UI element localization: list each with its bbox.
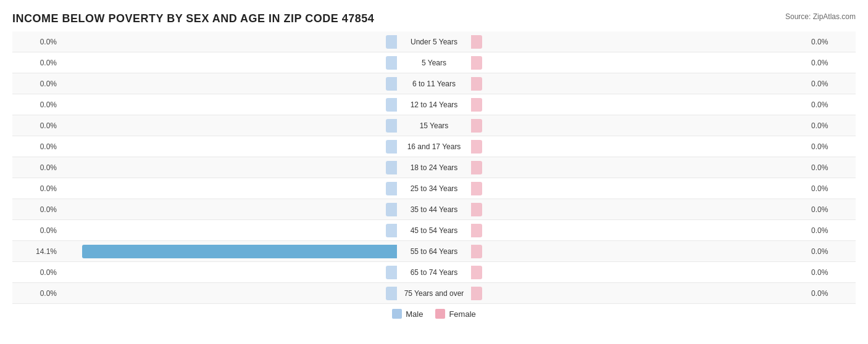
right-value-label: 0.0% bbox=[806, 247, 856, 256]
male-side bbox=[62, 283, 397, 303]
legend-male-label: Male bbox=[406, 309, 423, 319]
age-group-label: 65 to 74 Years bbox=[397, 268, 471, 277]
age-group-label: 25 to 34 Years bbox=[397, 184, 471, 193]
chart-area: 0.0%Under 5 Years0.0%0.0%5 Years0.0%0.0%… bbox=[12, 31, 856, 295]
right-value-label: 0.0% bbox=[806, 289, 856, 298]
female-side bbox=[471, 94, 806, 115]
female-side bbox=[471, 157, 806, 178]
age-group-label: 12 to 14 Years bbox=[397, 100, 471, 109]
right-value-label: 0.0% bbox=[806, 80, 856, 88]
left-value-label: 0.0% bbox=[12, 100, 62, 109]
age-group-label: 75 Years and over bbox=[397, 289, 471, 298]
age-group-label: 15 Years bbox=[397, 121, 471, 130]
right-value-label: 0.0% bbox=[806, 163, 856, 172]
male-side bbox=[62, 199, 397, 219]
female-side bbox=[471, 52, 806, 73]
legend-female-label: Female bbox=[449, 309, 475, 319]
age-group-label: 18 to 24 Years bbox=[397, 163, 471, 172]
bar-row: 0.0%25 to 34 Years0.0% bbox=[12, 178, 856, 199]
bar-row: 0.0%5 Years0.0% bbox=[12, 52, 856, 73]
bar-row: 0.0%45 to 54 Years0.0% bbox=[12, 220, 856, 241]
right-value-label: 0.0% bbox=[806, 226, 856, 235]
male-side bbox=[62, 73, 397, 94]
female-side bbox=[471, 31, 806, 52]
left-value-label: 0.0% bbox=[12, 38, 62, 46]
legend-row: Male Female bbox=[12, 309, 856, 319]
right-value-label: 0.0% bbox=[806, 142, 856, 151]
male-side bbox=[62, 178, 397, 199]
male-side bbox=[62, 157, 397, 178]
left-value-label: 14.1% bbox=[12, 247, 62, 256]
left-value-label: 0.0% bbox=[12, 121, 62, 130]
female-side bbox=[471, 73, 806, 94]
legend-male-box bbox=[392, 309, 402, 319]
bar-row: 0.0%12 to 14 Years0.0% bbox=[12, 94, 856, 115]
bar-row: 14.1%55 to 64 Years0.0% bbox=[12, 241, 856, 262]
female-side bbox=[471, 115, 806, 136]
right-value-label: 0.0% bbox=[806, 205, 856, 214]
age-group-label: Under 5 Years bbox=[397, 38, 471, 46]
male-side bbox=[62, 115, 397, 136]
bar-row: 0.0%18 to 24 Years0.0% bbox=[12, 157, 856, 178]
age-group-label: 6 to 11 Years bbox=[397, 80, 471, 88]
age-group-label: 5 Years bbox=[397, 59, 471, 67]
right-value-label: 0.0% bbox=[806, 38, 856, 46]
left-value-label: 0.0% bbox=[12, 184, 62, 193]
bar-row: 0.0%16 and 17 Years0.0% bbox=[12, 136, 856, 157]
male-side bbox=[62, 241, 397, 261]
male-side bbox=[62, 220, 397, 240]
female-side bbox=[471, 241, 806, 261]
source-text: Source: ZipAtlas.com bbox=[785, 12, 856, 21]
female-side bbox=[471, 178, 806, 199]
title-row: INCOME BELOW POVERTY BY SEX AND AGE IN Z… bbox=[12, 12, 856, 25]
left-value-label: 0.0% bbox=[12, 80, 62, 88]
male-bar bbox=[82, 245, 397, 258]
age-group-label: 16 and 17 Years bbox=[397, 142, 471, 151]
left-value-label: 0.0% bbox=[12, 226, 62, 235]
right-value-label: 0.0% bbox=[806, 268, 856, 277]
left-value-label: 0.0% bbox=[12, 163, 62, 172]
right-value-label: 0.0% bbox=[806, 121, 856, 130]
right-value-label: 0.0% bbox=[806, 59, 856, 67]
female-side bbox=[471, 199, 806, 219]
chart-title: INCOME BELOW POVERTY BY SEX AND AGE IN Z… bbox=[12, 12, 374, 25]
male-side bbox=[62, 262, 397, 282]
male-side bbox=[62, 136, 397, 157]
left-value-label: 0.0% bbox=[12, 142, 62, 151]
male-side bbox=[62, 52, 397, 73]
male-side bbox=[62, 94, 397, 115]
legend-male: Male bbox=[392, 309, 423, 319]
bar-row: 0.0%65 to 74 Years0.0% bbox=[12, 262, 856, 283]
bar-row: 0.0%15 Years0.0% bbox=[12, 115, 856, 136]
left-value-label: 0.0% bbox=[12, 268, 62, 277]
female-side bbox=[471, 262, 806, 282]
right-value-label: 0.0% bbox=[806, 184, 856, 193]
female-side bbox=[471, 220, 806, 240]
chart-container: INCOME BELOW POVERTY BY SEX AND AGE IN Z… bbox=[0, 0, 868, 344]
bar-row: 0.0%75 Years and over0.0% bbox=[12, 283, 856, 304]
left-value-label: 0.0% bbox=[12, 205, 62, 214]
female-side bbox=[471, 136, 806, 157]
left-value-label: 0.0% bbox=[12, 59, 62, 67]
right-value-label: 0.0% bbox=[806, 100, 856, 109]
age-group-label: 45 to 54 Years bbox=[397, 226, 471, 235]
bar-row: 0.0%Under 5 Years0.0% bbox=[12, 31, 856, 52]
male-side bbox=[62, 31, 397, 52]
left-value-label: 0.0% bbox=[12, 289, 62, 298]
legend-female: Female bbox=[435, 309, 475, 319]
legend-female-box bbox=[435, 309, 445, 319]
bar-row: 0.0%35 to 44 Years0.0% bbox=[12, 199, 856, 220]
female-side bbox=[471, 283, 806, 303]
bar-row: 0.0%6 to 11 Years0.0% bbox=[12, 73, 856, 94]
age-group-label: 35 to 44 Years bbox=[397, 205, 471, 214]
age-group-label: 55 to 64 Years bbox=[397, 247, 471, 256]
